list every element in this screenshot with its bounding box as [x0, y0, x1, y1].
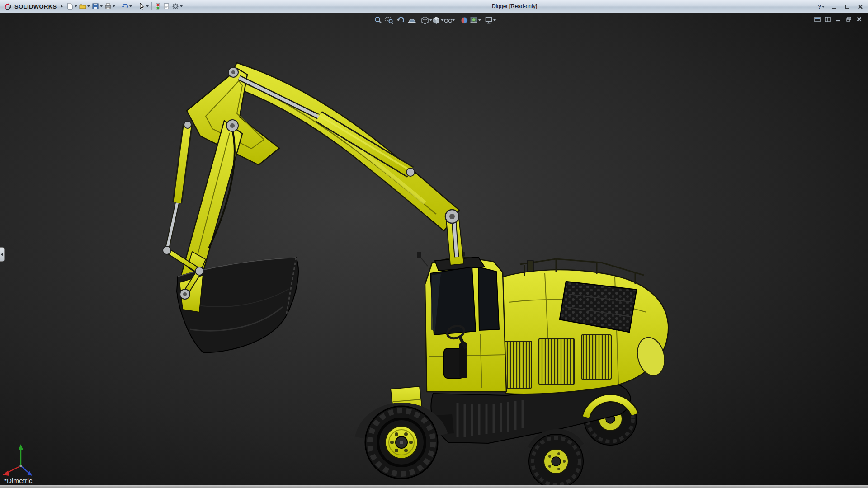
- toolbar-separator: [135, 2, 135, 10]
- menu-expand-arrow-icon[interactable]: [61, 5, 63, 8]
- view-settings-button[interactable]: [485, 14, 496, 26]
- options-dropdown-caret[interactable]: [180, 5, 183, 7]
- split-window-icon: [825, 16, 831, 23]
- model-canvas[interactable]: [0, 13, 868, 485]
- doc-minimize-button[interactable]: [834, 15, 843, 23]
- brand-text: SOLIDWORKS: [14, 3, 57, 10]
- undo-dropdown-caret[interactable]: [129, 5, 132, 7]
- undo-arrow-icon: [121, 3, 128, 10]
- minimize-button[interactable]: [828, 2, 840, 11]
- new-window-icon: [814, 16, 821, 23]
- display-style-cube-icon: [432, 16, 440, 25]
- save-dropdown-caret[interactable]: [100, 5, 103, 7]
- section-view-button[interactable]: [406, 14, 417, 26]
- doc-close-icon: [856, 16, 862, 22]
- previous-view-button[interactable]: [395, 14, 406, 26]
- display-style-button[interactable]: [432, 14, 443, 26]
- new-dropdown-caret[interactable]: [75, 5, 77, 7]
- select-button[interactable]: [137, 1, 150, 12]
- view-orientation-cube-icon: [421, 16, 429, 25]
- save-button[interactable]: [91, 1, 104, 12]
- open-dropdown-caret[interactable]: [87, 5, 90, 7]
- print-dropdown-caret[interactable]: [113, 5, 115, 7]
- titlebar: SOLIDWORKS: [0, 0, 868, 13]
- orientation-label: *Dimetric: [4, 477, 33, 484]
- zoom-to-fit-icon: [373, 16, 382, 25]
- zoom-to-area-button[interactable]: [383, 14, 395, 26]
- print-icon: [104, 3, 112, 10]
- solidworks-logo: SOLIDWORKS: [0, 3, 60, 10]
- doc-minimize-icon: [835, 16, 841, 22]
- previous-view-icon: [396, 16, 405, 25]
- new-button[interactable]: [66, 1, 78, 12]
- excavator-exhaust[interactable]: [527, 261, 533, 272]
- select-dropdown-caret[interactable]: [146, 5, 149, 7]
- hide-show-dropdown-caret[interactable]: [452, 19, 455, 21]
- split-window-button[interactable]: [824, 15, 832, 23]
- options-gear-icon: [172, 3, 179, 10]
- maximize-button[interactable]: [841, 2, 853, 11]
- edit-appearance-button[interactable]: [458, 14, 470, 26]
- options-button[interactable]: [171, 1, 184, 12]
- close-icon: [858, 4, 863, 9]
- view-settings-monitor-icon: [485, 16, 493, 25]
- hide-show-glasses-icon: [443, 16, 452, 25]
- minimize-icon: [832, 8, 836, 9]
- file-properties-button[interactable]: [162, 1, 171, 12]
- select-cursor-icon: [138, 3, 145, 10]
- doc-restore-button[interactable]: [844, 15, 853, 23]
- help-dropdown-caret[interactable]: [822, 6, 825, 8]
- file-properties-icon: [163, 3, 170, 10]
- rebuild-stoplight-icon: [155, 3, 161, 10]
- new-window-button[interactable]: [813, 15, 822, 23]
- doc-close-button[interactable]: [855, 15, 863, 23]
- hide-show-items-button[interactable]: [443, 14, 455, 26]
- excavator-cab[interactable]: [417, 252, 506, 392]
- section-view-icon: [407, 16, 416, 25]
- apply-scene-button[interactable]: [470, 14, 481, 26]
- window-title: Digger [Read-only]: [492, 3, 537, 9]
- zoom-to-fit-button[interactable]: [372, 14, 383, 26]
- help-button[interactable]: ?: [816, 4, 827, 10]
- apply-scene-dropdown-caret[interactable]: [478, 19, 481, 21]
- view-settings-dropdown-caret[interactable]: [493, 19, 496, 21]
- panel-expand-arrow-icon: [1, 253, 3, 256]
- solidworks-logo-icon: [4, 3, 13, 10]
- edit-appearance-sphere-icon: [460, 16, 468, 25]
- doc-restore-icon: [846, 16, 852, 22]
- zoom-to-area-icon: [385, 16, 394, 25]
- apply-scene-icon: [470, 16, 478, 25]
- new-document-icon: [66, 3, 74, 10]
- status-bar: [0, 485, 868, 488]
- document-window-controls: [813, 15, 863, 23]
- undo-button[interactable]: [120, 1, 133, 12]
- save-floppy-icon: [92, 3, 99, 10]
- excavator-wheel-front-far[interactable]: [529, 433, 583, 485]
- toolbar-separator: [118, 2, 118, 10]
- panel-expand-tab[interactable]: [0, 247, 5, 262]
- excavator-mirror[interactable]: [417, 252, 421, 258]
- graphics-area[interactable]: *Dimetric: [0, 13, 868, 485]
- help-label: ?: [818, 4, 821, 10]
- heads-up-view-toolbar: [372, 14, 496, 27]
- toolbar-separator: [151, 2, 152, 10]
- view-orientation-button[interactable]: [421, 14, 432, 26]
- maximize-icon: [845, 5, 849, 9]
- open-button[interactable]: [78, 1, 91, 12]
- close-button[interactable]: [854, 2, 866, 11]
- rebuild-button[interactable]: [154, 1, 162, 12]
- open-folder-icon: [79, 3, 86, 10]
- print-button[interactable]: [104, 1, 116, 12]
